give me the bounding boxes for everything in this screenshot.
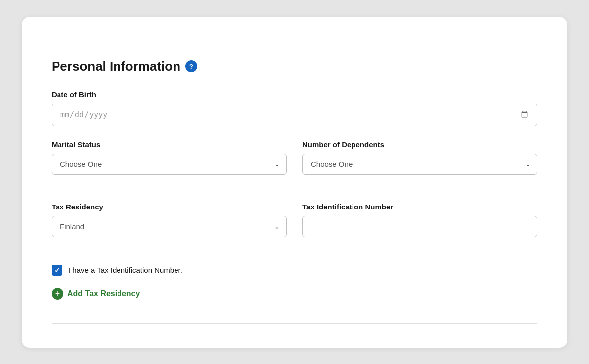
marital-status-select[interactable]: Choose One Single Married Divorced Widow… [52, 154, 287, 175]
marital-status-label: Marital Status [52, 140, 287, 149]
add-tax-residency-label: Add Tax Residency [67, 289, 140, 298]
marital-status-field: Marital Status Choose One Single Married… [52, 140, 287, 175]
tax-id-number-field: Tax Identification Number [302, 203, 537, 237]
tax-residency-label: Tax Residency [52, 203, 287, 211]
tax-id-number-label: Tax Identification Number [302, 203, 537, 211]
tax-residency-select[interactable]: Finland Sweden Norway Denmark Estonia [52, 216, 287, 237]
personal-information-card: Personal Information ? Date of Birth Mar… [22, 17, 567, 348]
section-header: Personal Information ? [52, 59, 537, 74]
date-of-birth-label: Date of Birth [52, 90, 537, 99]
tax-id-checkbox-row: ✓ I have a Tax Identification Number. [52, 265, 537, 276]
date-of-birth-field: Date of Birth [52, 90, 537, 126]
dependents-select[interactable]: Choose One 0 1 2 3 4 5+ [302, 154, 537, 175]
tax-residency-row: Tax Residency Finland Sweden Norway Denm… [52, 203, 537, 251]
dependents-label: Number of Dependents [302, 140, 537, 149]
tax-id-checkbox-label: I have a Tax Identification Number. [68, 266, 182, 274]
help-icon[interactable]: ? [185, 60, 197, 72]
tax-id-checkbox[interactable]: ✓ [52, 265, 62, 276]
dependents-field: Number of Dependents Choose One 0 1 2 3 … [302, 140, 537, 175]
bottom-divider [52, 323, 537, 324]
add-circle-icon: + [52, 288, 63, 300]
date-input-wrapper [52, 104, 537, 126]
top-divider [52, 41, 537, 41]
tax-id-number-input[interactable] [302, 216, 537, 237]
date-of-birth-input[interactable] [52, 104, 537, 126]
page-title: Personal Information [52, 59, 180, 74]
checkmark-icon: ✓ [54, 267, 60, 274]
marital-status-select-wrapper: Choose One Single Married Divorced Widow… [52, 154, 287, 175]
dependents-select-wrapper: Choose One 0 1 2 3 4 5+ ⌄ [302, 154, 537, 175]
tax-residency-field: Tax Residency Finland Sweden Norway Denm… [52, 203, 287, 237]
marital-dependents-row: Marital Status Choose One Single Married… [52, 140, 537, 189]
tax-residency-select-wrapper: Finland Sweden Norway Denmark Estonia ⌄ [52, 216, 287, 237]
add-tax-residency-button[interactable]: + Add Tax Residency [52, 288, 140, 300]
